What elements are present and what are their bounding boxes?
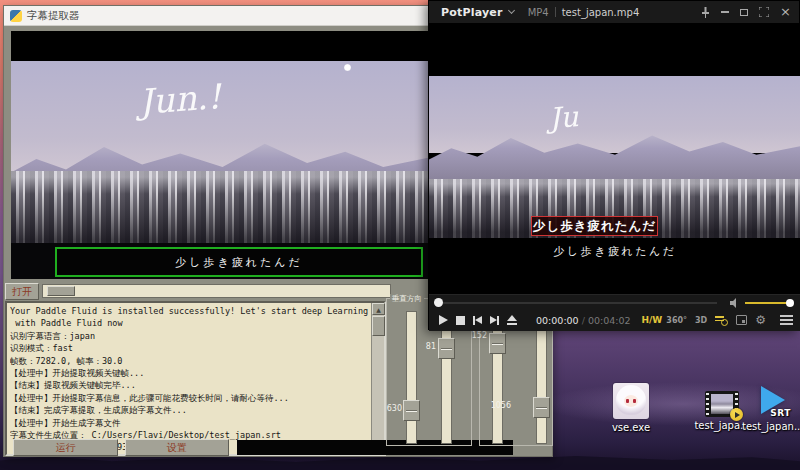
- potplayer-titlebar[interactable]: PotPlayer MP4 test_japan.mp4 ×: [429, 1, 799, 23]
- volume-slider[interactable]: [745, 302, 791, 304]
- previous-button[interactable]: [471, 312, 484, 328]
- stop-icon: [456, 316, 465, 325]
- open-button[interactable]: 打开: [5, 283, 39, 300]
- seekbar-knob[interactable]: [434, 298, 443, 307]
- maximize-icon: [740, 9, 748, 16]
- icon-eyes: [626, 399, 629, 403]
- next-button[interactable]: [488, 312, 501, 328]
- window-title: 字幕提取器: [27, 9, 80, 23]
- close-button[interactable]: ×: [780, 5, 791, 19]
- desktop-icon-label: test_japan...: [742, 421, 800, 432]
- log-scrollbar[interactable]: ▲ ▼: [371, 303, 384, 454]
- video-file-icon: [705, 391, 739, 417]
- burned-subtitle-text: 少し歩き疲れたんだ: [533, 218, 656, 235]
- desktop: vse.exe test_japa... SRT test_japan... 字…: [0, 0, 800, 470]
- time-total: 00:04:02: [588, 315, 631, 326]
- time-display: 00:00:00 / 00:04:02: [536, 315, 631, 326]
- slider-handle-ymin[interactable]: [403, 400, 420, 421]
- video-town: [11, 171, 434, 247]
- next-icon: [497, 316, 499, 325]
- previous-icon: [475, 316, 482, 324]
- gear-icon[interactable]: ⚙: [755, 314, 766, 326]
- play-button[interactable]: [437, 312, 450, 328]
- minimize-icon: [721, 11, 729, 13]
- play-icon: [439, 315, 448, 325]
- slider-value: 630: [374, 404, 402, 413]
- desktop-icon-srt-file[interactable]: SRT test_japan...: [742, 384, 800, 432]
- volume-knob[interactable]: [786, 299, 794, 307]
- pin-icon: [701, 7, 710, 18]
- maximize-button[interactable]: [740, 5, 748, 19]
- video-sky: [11, 61, 434, 171]
- format-badge: MP4: [528, 7, 549, 18]
- detected-subtitle-text: 少し歩き疲れたんだ: [175, 255, 303, 270]
- open-media-button[interactable]: [505, 312, 518, 328]
- control-bar: 00:00:00 / 00:04:02 H/W 360° 3D ⚙: [429, 309, 800, 331]
- potplayer-srt-icon: SRT: [753, 384, 791, 418]
- seek-row: [429, 294, 800, 309]
- eject-icon: [507, 315, 517, 325]
- hw-decoder-badge: H/W: [642, 315, 663, 325]
- seekbar[interactable]: [437, 302, 717, 304]
- subtitle-detect-highlight-box: 少し歩き疲れたんだ: [55, 247, 423, 277]
- slider-handle-xmax[interactable]: [533, 397, 550, 418]
- srt-badge: SRT: [770, 408, 791, 418]
- mode-360-button[interactable]: 360°: [666, 316, 687, 325]
- anime-girl-app-icon: [613, 383, 649, 419]
- slider-handle-xmin[interactable]: [489, 333, 506, 354]
- scroll-up-button[interactable]: ▲: [372, 303, 385, 315]
- playlist-search-icon[interactable]: [715, 315, 728, 326]
- fullscreen-icon: [759, 7, 769, 17]
- minimize-button[interactable]: [721, 5, 729, 19]
- srt-subtitle-text: 少し歩き疲れたんだ: [429, 244, 800, 259]
- moon: [344, 64, 351, 71]
- control-panel-icon[interactable]: [736, 315, 747, 325]
- potplayer-video-area[interactable]: Ju 少し歩き疲れたんだ 少し歩き疲れたんだ: [429, 23, 800, 294]
- title-divider: [555, 7, 556, 17]
- scrollbar-thumb[interactable]: [372, 316, 385, 336]
- stop-button[interactable]: [454, 312, 467, 328]
- progress-thumb: [47, 286, 75, 296]
- desktop-icon-vse[interactable]: vse.exe: [595, 383, 667, 433]
- run-button[interactable]: 运行: [13, 439, 118, 456]
- slider-track-ymin[interactable]: [406, 311, 417, 444]
- speaker-icon[interactable]: [730, 298, 739, 308]
- fullscreen-button[interactable]: [759, 5, 769, 19]
- potplayer-menu[interactable]: PotPlayer: [441, 6, 503, 19]
- video-handwriting-text: Jun.!: [138, 76, 222, 122]
- log-text: Your Paddle Fluid is installed successfu…: [10, 305, 369, 452]
- python-app-icon: [10, 10, 22, 22]
- burned-subtitle-box: 少し歩き疲れたんだ: [531, 216, 658, 236]
- slider-handle-ymax[interactable]: [438, 338, 455, 359]
- video-preview-canvas: Jun.! 少し歩き疲れたんだ: [11, 31, 434, 279]
- settings-button[interactable]: 设置: [125, 439, 229, 456]
- chevron-down-icon: [508, 7, 515, 14]
- group-label: 垂直方向: [390, 294, 424, 303]
- playing-file-name: test_japan.mp4: [562, 7, 640, 18]
- slider-value: 152: [458, 331, 487, 340]
- slider-value: 81: [412, 342, 436, 351]
- time-current: 00:00:00: [536, 315, 579, 326]
- desktop-icon-label: vse.exe: [595, 422, 667, 433]
- close-icon: ×: [780, 7, 791, 17]
- log-textarea[interactable]: Your Paddle Fluid is installed successfu…: [5, 301, 386, 456]
- slider-value: 1056: [481, 401, 511, 410]
- time-divider: /: [582, 315, 585, 326]
- pin-button[interactable]: [701, 5, 710, 19]
- video-sky: [429, 76, 800, 153]
- mode-3d-button[interactable]: 3D: [695, 316, 707, 325]
- filmstrip-holes: [706, 393, 709, 415]
- menu-icon[interactable]: [780, 315, 793, 325]
- next-icon: [490, 316, 497, 324]
- progress-bar: [42, 284, 391, 298]
- potplayer-window: PotPlayer MP4 test_japan.mp4 × Ju: [428, 0, 800, 330]
- video-handwriting-text: Ju: [548, 100, 579, 135]
